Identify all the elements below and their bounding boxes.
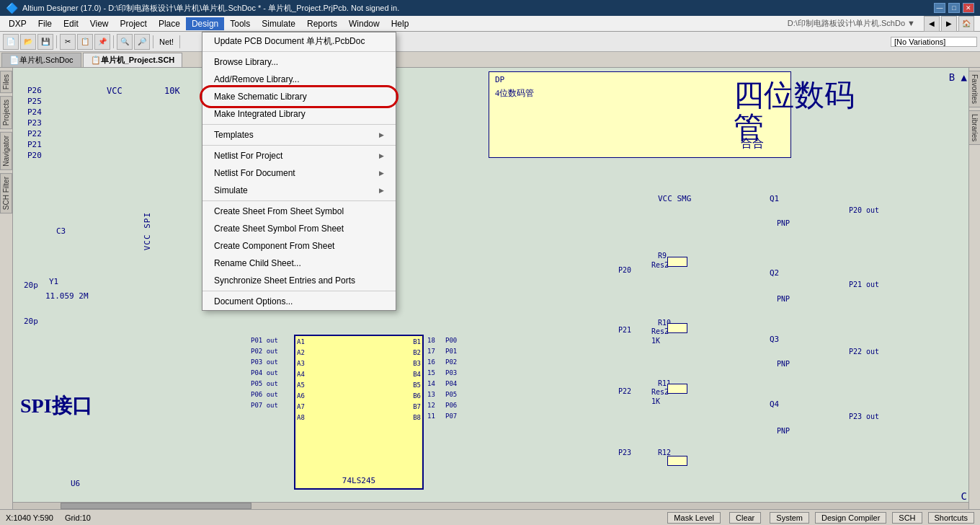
tab-icon-1: 📄 [9, 56, 19, 65]
zoom-out-button[interactable]: 🔎 [134, 34, 150, 50]
shortcuts-tab[interactable]: Shortcuts [928, 512, 974, 524]
port-p01-out: P01 out [251, 337, 278, 344]
titlebar-controls[interactable]: — □ ✕ [934, 3, 974, 13]
mask-level-label: Mask Level [674, 513, 714, 522]
close-button[interactable]: ✕ [963, 3, 974, 13]
design-dropdown-menu: Update PCB Document 单片机.PcbDoc Browse Li… [202, 32, 396, 311]
menu-sync-sheet-entries[interactable]: Synchronize Sheet Entries and Ports [202, 272, 396, 289]
nav-back[interactable]: ◀ [924, 16, 940, 32]
clear-button[interactable]: Clear [729, 512, 761, 524]
menu-browse-library[interactable]: Browse Library... [202, 53, 396, 71]
open-button[interactable]: 📂 [20, 34, 36, 50]
paste-button[interactable]: 📌 [94, 34, 110, 50]
menubar: DXP File Edit View Project Place Design … [0, 16, 980, 32]
menu-project[interactable]: Project [115, 17, 153, 30]
border-label-c: C [961, 490, 967, 502]
menu-help[interactable]: Help [386, 17, 415, 30]
q3-label: Q3 [770, 335, 779, 344]
variations-dropdown[interactable]: [No Variations] [891, 37, 977, 47]
p22-out-label: P22 out [849, 348, 879, 356]
copy-button[interactable]: 📋 [77, 34, 93, 50]
menu-rename-child-sheet-label: Rename Child Sheet... [214, 258, 301, 268]
menu-dxp[interactable]: DXP [3, 17, 32, 30]
hscroll-thumb[interactable] [61, 503, 251, 509]
menu-templates[interactable]: Templates [202, 126, 396, 144]
menu-view[interactable]: View [84, 17, 115, 30]
menu-update-pcb[interactable]: Update PCB Document 单片机.PcbDoc [202, 32, 396, 50]
signal-p24: P24 [27, 107, 42, 117]
panel-tab-projects[interactable]: Projects [0, 96, 12, 129]
port-p02-out: P02 out [251, 348, 278, 355]
tab-icon-2: 📋 [91, 56, 101, 65]
panel-tab-libraries[interactable]: Libraries [968, 110, 980, 145]
nav-home[interactable]: 🏠 [958, 16, 974, 32]
tab-project[interactable]: 📋 单片机_Project.SCH [83, 53, 183, 67]
port-p07-out-r: P07 [445, 412, 457, 420]
menu-create-symbol-from-sheet[interactable]: Create Sheet Symbol From Sheet [202, 220, 396, 237]
port-p05-out: P05 out [251, 380, 278, 387]
pin-num-15: 15 [427, 369, 435, 376]
menu-netlist-document[interactable]: Netlist For Document [202, 164, 396, 182]
ic-port-b1: B1 [413, 338, 421, 345]
border-label-b: B ▲ [949, 71, 967, 83]
r11-box [667, 384, 687, 394]
hscrollbar[interactable] [13, 502, 968, 509]
canvas-area: P26 P25 P24 P23 P22 P21 P20 VCC 10K C3 Y… [13, 68, 968, 509]
port-p05-out-r: P05 [445, 391, 457, 398]
app-icon: 🔷 [6, 2, 18, 14]
panel-tab-favorites[interactable]: Favorites [968, 71, 980, 107]
p23-out-label: P23 out [849, 412, 879, 420]
nav-forward[interactable]: ▶ [941, 16, 957, 32]
zoom-in-button[interactable]: 🔍 [117, 34, 133, 50]
grid-display: Grid:10 [65, 513, 91, 522]
menu-rename-child-sheet[interactable]: Rename Child Sheet... [202, 255, 396, 272]
ic-port-b8: B8 [413, 414, 421, 421]
menu-make-sch-lib-label: Make Schematic Library [214, 92, 307, 102]
new-button[interactable]: 📄 [3, 34, 19, 50]
menu-templates-label: Templates [214, 130, 254, 140]
menu-make-int-lib[interactable]: Make Integrated Library [202, 105, 396, 123]
mask-level-button[interactable]: Mask Level [667, 512, 721, 524]
menu-netlist-project[interactable]: Netlist For Project [202, 147, 396, 164]
toolbar-sep-1 [56, 35, 57, 48]
menu-simulate[interactable]: Simulate [202, 182, 396, 199]
menu-add-library[interactable]: Add/Remove Library... [202, 71, 396, 88]
panel-tab-sch-filter[interactable]: SCH Filter [0, 173, 12, 213]
port-p04-out-r: P04 [445, 380, 457, 387]
menu-create-sheet-from-symbol[interactable]: Create Sheet From Sheet Symbol [202, 203, 396, 220]
panel-tab-navigator[interactable]: Navigator [0, 132, 12, 170]
toolbar-sep-3 [153, 35, 153, 48]
ic-port-a1: A1 [297, 338, 305, 345]
cut-button[interactable]: ✂ [60, 34, 76, 50]
signal-p22: P22 [27, 129, 42, 138]
maximize-button[interactable]: □ [948, 3, 960, 13]
save-button[interactable]: 💾 [37, 34, 53, 50]
res2-2: Res2 [651, 327, 669, 335]
menu-window[interactable]: Window [343, 17, 386, 30]
minimize-button[interactable]: — [934, 3, 945, 13]
menu-create-component-from-sheet[interactable]: Create Component From Sheet [202, 237, 396, 255]
menu-file[interactable]: File [32, 17, 58, 30]
menu-reports[interactable]: Reports [301, 17, 343, 30]
status-tabs: System Design Compiler SCH Shortcuts [770, 512, 974, 524]
tab-schematics[interactable]: 📄 单片机.SchDoc [1, 53, 81, 67]
res-1k-2: 1K [651, 397, 660, 405]
p22-in: P22 [618, 387, 631, 395]
menu-tools[interactable]: Tools [224, 17, 256, 30]
design-compiler-tab[interactable]: Design Compiler [815, 512, 886, 524]
menu-document-options[interactable]: Document Options... [202, 293, 396, 310]
menu-make-sch-lib[interactable]: Make Schematic Library [202, 88, 396, 105]
system-tab[interactable]: System [770, 512, 809, 524]
menu-place[interactable]: Place [153, 17, 186, 30]
menu-simulate[interactable]: Simulate [256, 17, 301, 30]
menu-design[interactable]: Design [186, 17, 224, 30]
panel-tab-files[interactable]: Files [0, 71, 12, 93]
q4-label: Q4 [770, 400, 779, 409]
main-layout: Files Projects Navigator SCH Filter P26 … [0, 68, 980, 509]
menu-create-component-from-sheet-label: Create Component From Sheet [214, 241, 334, 251]
menu-edit[interactable]: Edit [58, 17, 84, 30]
tab-label-2: 单片机_Project.SCH [101, 55, 175, 66]
res2-1: Res2 [651, 261, 669, 269]
sch-tab[interactable]: SCH [892, 512, 922, 524]
pin-num-13: 13 [427, 391, 435, 398]
